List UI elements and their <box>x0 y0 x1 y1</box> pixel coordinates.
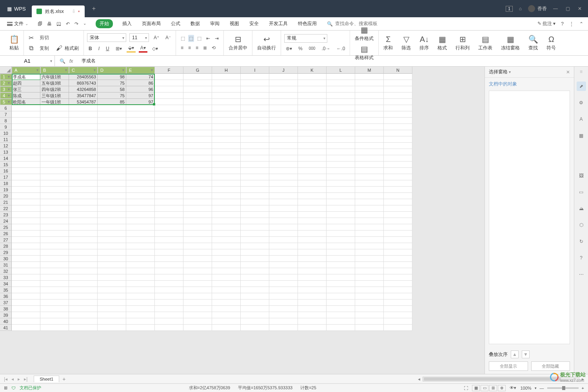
cell[interactable] <box>12 287 40 293</box>
cell[interactable] <box>40 180 69 187</box>
cell[interactable] <box>384 74 412 80</box>
cell[interactable] <box>183 299 212 306</box>
cell[interactable] <box>212 199 241 205</box>
cell[interactable] <box>183 256 212 262</box>
cell[interactable] <box>40 143 69 149</box>
cell[interactable] <box>183 143 212 149</box>
cell[interactable] <box>12 312 40 318</box>
cell[interactable] <box>126 136 155 143</box>
cell[interactable] <box>355 237 384 243</box>
cell[interactable] <box>241 143 269 149</box>
cell[interactable] <box>183 111 212 118</box>
cell[interactable] <box>69 268 98 274</box>
bring-forward-button[interactable]: ▲ <box>511 350 519 358</box>
cell[interactable] <box>183 262 212 268</box>
cell[interactable] <box>212 293 241 299</box>
row-header[interactable]: 17 <box>0 174 12 180</box>
cell[interactable] <box>269 299 298 306</box>
row-header[interactable]: 22 <box>0 205 12 212</box>
row-header[interactable]: 9 <box>0 124 12 130</box>
cell[interactable] <box>355 230 384 237</box>
cell[interactable] <box>155 312 183 318</box>
cell[interactable] <box>155 105 183 111</box>
cell[interactable] <box>98 218 126 224</box>
cell[interactable] <box>155 80 183 86</box>
cell[interactable] <box>241 180 269 187</box>
cell[interactable] <box>40 268 69 274</box>
cell[interactable] <box>212 218 241 224</box>
cell[interactable] <box>155 199 183 205</box>
cell[interactable] <box>40 312 69 318</box>
cell[interactable] <box>269 243 298 249</box>
cell[interactable] <box>12 318 40 325</box>
cell[interactable] <box>241 212 269 218</box>
cell[interactable] <box>355 174 384 180</box>
cell[interactable] <box>12 162 40 168</box>
cell[interactable] <box>212 149 241 155</box>
cell[interactable] <box>40 318 69 325</box>
sum-button[interactable]: Σ求和 <box>382 34 394 51</box>
last-sheet-button[interactable]: ▸| <box>22 376 29 382</box>
cell[interactable] <box>69 155 98 162</box>
cell[interactable] <box>327 262 355 268</box>
col-header[interactable]: I <box>241 67 269 74</box>
cell[interactable] <box>241 187 269 193</box>
cell[interactable] <box>12 155 40 162</box>
first-sheet-button[interactable]: |◂ <box>2 376 9 382</box>
cell[interactable] <box>241 312 269 318</box>
cell[interactable] <box>384 155 412 162</box>
cell[interactable] <box>269 281 298 287</box>
row-header[interactable]: 7 <box>0 111 12 118</box>
cell[interactable] <box>183 249 212 256</box>
cell[interactable] <box>69 256 98 262</box>
cell[interactable] <box>40 306 69 312</box>
cell[interactable] <box>241 224 269 230</box>
cell[interactable] <box>98 325 126 331</box>
cell[interactable] <box>269 86 298 93</box>
cell[interactable] <box>241 262 269 268</box>
cell[interactable] <box>384 230 412 237</box>
cell[interactable] <box>126 274 155 281</box>
cell[interactable] <box>269 168 298 174</box>
cell[interactable] <box>212 274 241 281</box>
cell[interactable] <box>69 212 98 218</box>
cell[interactable] <box>384 274 412 281</box>
cell[interactable] <box>298 199 327 205</box>
cell[interactable] <box>241 136 269 143</box>
tab-审阅[interactable]: 审阅 <box>209 19 220 29</box>
cell[interactable] <box>98 168 126 174</box>
cell[interactable] <box>69 199 98 205</box>
cell[interactable] <box>269 143 298 149</box>
cell[interactable] <box>327 80 355 86</box>
cell[interactable] <box>298 162 327 168</box>
cell[interactable] <box>384 93 412 99</box>
row-header[interactable]: 40 <box>0 318 12 325</box>
cell[interactable] <box>40 218 69 224</box>
cell[interactable] <box>126 262 155 268</box>
cell[interactable] <box>327 199 355 205</box>
save-icon[interactable]: 🗐 <box>38 21 42 27</box>
cell[interactable] <box>212 212 241 218</box>
maximize-button[interactable]: ▢ <box>566 6 570 11</box>
cell[interactable] <box>69 124 98 130</box>
cell[interactable] <box>155 99 183 105</box>
cell[interactable] <box>298 318 327 325</box>
horizontal-scrollbar[interactable] <box>423 377 579 381</box>
cell[interactable] <box>241 99 269 105</box>
cell[interactable] <box>155 86 183 93</box>
cell[interactable] <box>69 136 98 143</box>
row-header[interactable]: 32 <box>0 268 12 274</box>
cell[interactable] <box>40 274 69 281</box>
cell[interactable] <box>126 187 155 193</box>
cell[interactable] <box>327 86 355 93</box>
cell[interactable] <box>126 256 155 262</box>
user-badge[interactable]: 香香 <box>528 5 547 12</box>
cell[interactable] <box>183 80 212 86</box>
cell[interactable]: 28405563 <box>69 74 98 80</box>
cell[interactable] <box>327 162 355 168</box>
cell[interactable]: 58 <box>98 86 126 93</box>
add-sheet-button[interactable]: + <box>62 376 65 382</box>
cell[interactable] <box>241 243 269 249</box>
cell[interactable] <box>155 143 183 149</box>
annotate-button[interactable]: ✎ 批注 ▾ <box>537 20 556 27</box>
